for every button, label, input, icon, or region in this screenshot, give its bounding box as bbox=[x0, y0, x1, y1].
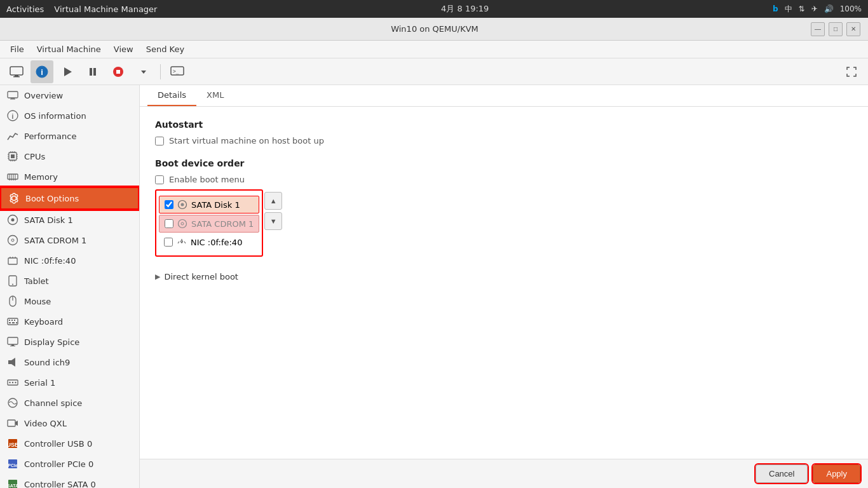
sidebar-item-keyboard[interactable]: Keyboard bbox=[0, 311, 139, 332]
svg-rect-14 bbox=[11, 98, 15, 99]
sidebar-controller-sata0-label: Controller SATA 0 bbox=[24, 480, 96, 489]
svg-point-42 bbox=[11, 219, 15, 222]
apply-button[interactable]: Apply bbox=[813, 464, 860, 483]
sidebar-item-controller-usb0[interactable]: USB Controller USB 0 bbox=[0, 433, 139, 454]
toolbar-fullscreen-button[interactable] bbox=[840, 60, 863, 83]
lang-label[interactable]: 中 bbox=[785, 4, 792, 15]
sidebar-item-mouse[interactable]: Mouse bbox=[0, 291, 139, 311]
sidebar-item-sata-disk[interactable]: SATA Disk 1 bbox=[0, 210, 139, 230]
svg-rect-1 bbox=[15, 75, 18, 76]
maximize-button[interactable]: □ bbox=[829, 22, 843, 36]
sidebar-item-video-qxl[interactable]: Video QXL bbox=[0, 413, 139, 433]
autostart-label[interactable]: Start virtual machine on host boot up bbox=[169, 136, 324, 146]
svg-rect-6 bbox=[90, 68, 92, 76]
mouse-icon bbox=[6, 295, 19, 308]
menu-send-key[interactable]: Send Key bbox=[141, 43, 189, 56]
enable-boot-menu-row: Enable boot menu bbox=[155, 175, 853, 184]
tab-details[interactable]: Details bbox=[147, 85, 196, 106]
menu-file[interactable]: File bbox=[5, 43, 29, 56]
menu-view[interactable]: View bbox=[109, 43, 139, 56]
svg-rect-60 bbox=[8, 337, 18, 344]
sidebar-item-os-info[interactable]: i OS information bbox=[0, 105, 139, 126]
toolbar-pause-button[interactable] bbox=[81, 60, 104, 83]
battery-label: 100% bbox=[840, 4, 862, 13]
boot-disk-checkbox[interactable] bbox=[165, 200, 173, 209]
svg-text:SATA: SATA bbox=[7, 484, 18, 488]
boot-nic-checkbox[interactable] bbox=[164, 238, 173, 247]
toolbar-run-button[interactable] bbox=[56, 60, 79, 83]
toolbar-screen-button[interactable] bbox=[5, 60, 28, 83]
toolbar-info-button[interactable]: i bbox=[31, 60, 53, 83]
autostart-section-title: Autostart bbox=[155, 119, 853, 130]
enable-boot-menu-label[interactable]: Enable boot menu bbox=[169, 175, 245, 184]
cdrom-icon bbox=[6, 234, 19, 247]
tablet-icon bbox=[6, 274, 19, 287]
svg-marker-10 bbox=[141, 71, 146, 74]
display-icon bbox=[6, 336, 19, 348]
autostart-checkbox[interactable] bbox=[155, 137, 164, 146]
activities-label[interactable]: Activities bbox=[6, 4, 44, 14]
boot-nic-icon bbox=[177, 237, 187, 247]
sound-icon bbox=[6, 356, 19, 369]
toolbar-console-button[interactable]: >_ bbox=[166, 60, 189, 83]
sidebar-item-overview[interactable]: Overview bbox=[0, 85, 139, 105]
close-button[interactable]: ✕ bbox=[846, 22, 860, 36]
toolbar-dropdown-button[interactable] bbox=[132, 60, 155, 83]
boot-cdrom-label: SATA CDROM 1 bbox=[191, 219, 254, 229]
cancel-button[interactable]: Cancel bbox=[756, 464, 808, 483]
sidebar-item-controller-pcie0[interactable]: PCIe Controller PCIe 0 bbox=[0, 454, 139, 474]
boot-move-up-button[interactable]: ▲ bbox=[264, 192, 282, 210]
boot-item-sata-disk[interactable]: SATA Disk 1 bbox=[159, 196, 259, 214]
sidebar-item-tablet[interactable]: Tablet bbox=[0, 271, 139, 291]
toolbar: i >_ bbox=[0, 58, 868, 85]
sidebar-item-serial1[interactable]: Serial 1 bbox=[0, 372, 139, 393]
svg-rect-61 bbox=[11, 344, 14, 346]
sidebar-item-cpus[interactable]: CPUs bbox=[0, 146, 139, 166]
svg-point-44 bbox=[11, 239, 14, 241]
sidebar-video-qxl-label: Video QXL bbox=[24, 419, 67, 428]
content-body: Autostart Start virtual machine on host … bbox=[140, 107, 868, 459]
svg-rect-32 bbox=[8, 174, 18, 179]
sidebar-item-nic[interactable]: NIC :0f:fe:40 bbox=[0, 250, 139, 271]
svg-rect-19 bbox=[11, 154, 15, 158]
sidebar-item-controller-sata0[interactable]: SATA Controller SATA 0 bbox=[0, 474, 139, 488]
gear-icon bbox=[8, 192, 20, 205]
sidebar-item-channel-spice[interactable]: Channel spice bbox=[0, 393, 139, 413]
toolbar-stop-button[interactable] bbox=[107, 60, 130, 83]
usb-icon: USB bbox=[6, 437, 19, 450]
svg-rect-58 bbox=[12, 322, 15, 323]
boot-item-sata-cdrom[interactable]: SATA CDROM 1 bbox=[159, 215, 259, 233]
svg-marker-5 bbox=[64, 67, 72, 76]
pcie-icon: PCIe bbox=[6, 458, 19, 470]
sidebar-item-sound[interactable]: Sound ich9 bbox=[0, 352, 139, 372]
sidebar-serial1-label: Serial 1 bbox=[24, 378, 55, 388]
svg-marker-64 bbox=[11, 358, 15, 367]
network-icon: ⇅ bbox=[799, 4, 805, 13]
boot-item-nic[interactable]: NIC :0f:fe:40 bbox=[159, 234, 259, 250]
svg-rect-54 bbox=[9, 320, 10, 321]
titlebar: Win10 on QEMU/KVM — □ ✕ bbox=[0, 18, 868, 41]
sidebar-item-performance[interactable]: Performance bbox=[0, 126, 139, 146]
boot-move-down-button[interactable]: ▼ bbox=[264, 212, 282, 230]
sidebar-item-display-spice[interactable]: Display Spice bbox=[0, 332, 139, 352]
svg-text:PCIe: PCIe bbox=[8, 463, 18, 468]
nic-icon bbox=[6, 254, 19, 267]
sidebar-channel-spice-label: Channel spice bbox=[24, 398, 82, 408]
enable-boot-menu-checkbox[interactable] bbox=[155, 175, 164, 184]
video-icon bbox=[6, 417, 19, 430]
sidebar-item-memory[interactable]: Memory bbox=[0, 166, 139, 187]
serial-icon bbox=[6, 376, 19, 389]
topbar-datetime: 4月 8 19:19 bbox=[441, 3, 489, 15]
svg-rect-56 bbox=[14, 320, 15, 321]
sidebar-performance-label: Performance bbox=[24, 132, 76, 141]
boot-cdrom-checkbox[interactable] bbox=[165, 219, 173, 228]
keyboard-icon bbox=[6, 315, 19, 328]
sidebar-display-spice-label: Display Spice bbox=[24, 337, 79, 347]
sidebar-item-sata-cdrom[interactable]: SATA CDROM 1 bbox=[0, 230, 139, 250]
menu-virtual-machine[interactable]: Virtual Machine bbox=[32, 43, 106, 56]
sidebar-item-boot-options[interactable]: Boot Options bbox=[0, 187, 139, 210]
sidebar-keyboard-label: Keyboard bbox=[24, 317, 63, 327]
tab-xml[interactable]: XML bbox=[196, 85, 234, 106]
direct-kernel-header[interactable]: ▶ Direct kernel boot bbox=[155, 272, 853, 281]
minimize-button[interactable]: — bbox=[811, 22, 825, 36]
